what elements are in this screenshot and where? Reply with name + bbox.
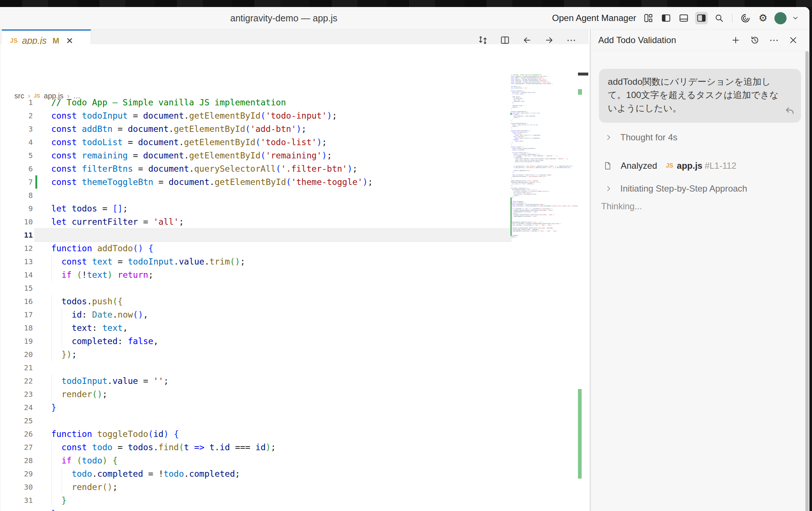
minimap-line: const prefersDark = window.matchMedia &&… xyxy=(511,205,578,207)
line-number: 4 xyxy=(0,136,33,149)
account-chevron-down-icon[interactable] xyxy=(792,12,799,24)
toggle-bottom-panel-icon[interactable] xyxy=(677,12,690,24)
line-number: 16 xyxy=(0,295,33,308)
code-line[interactable]: const addBtn = document.getElementById('… xyxy=(51,122,306,136)
code-line[interactable]: const filterBtns = document.querySelecto… xyxy=(51,162,358,175)
code-line[interactable]: } xyxy=(51,507,56,511)
current-line-highlight xyxy=(34,228,512,242)
line-number: 21 xyxy=(0,361,33,374)
titlebar-divider xyxy=(732,14,732,22)
js-file-icon: JS xyxy=(10,37,18,45)
code-line[interactable]: const todoInput = document.getElementByI… xyxy=(51,109,337,122)
agent-panel: Add Todo Validation ⋯ xyxy=(590,29,809,511)
panel-close-icon[interactable] xyxy=(787,34,799,46)
code-editor[interactable]: src › JS app.js › … 1// Todo App – Simpl… xyxy=(0,44,589,511)
agent-swirl-icon[interactable] xyxy=(739,12,752,24)
history-icon[interactable] xyxy=(749,34,761,46)
code-line[interactable]: render(); xyxy=(51,388,107,401)
line-number: 15 xyxy=(0,281,33,295)
agent-task-title: Add Todo Validation xyxy=(598,29,676,51)
account-avatar[interactable] xyxy=(774,12,787,24)
settings-gear-icon[interactable]: ⚙ xyxy=(757,12,769,24)
line-number: 20 xyxy=(0,348,33,361)
code-line[interactable]: if (todo) { xyxy=(51,454,118,467)
line-number: 28 xyxy=(0,454,33,467)
line-number: 1 xyxy=(0,96,33,109)
editor-layout-icon[interactable] xyxy=(642,12,655,24)
minimap-line: render(); xyxy=(511,236,578,238)
line-number: 18 xyxy=(0,321,33,335)
code-line[interactable]: if (!text) return; xyxy=(51,268,153,281)
line-number: 10 xyxy=(0,215,33,228)
js-file-icon: JS xyxy=(666,162,673,169)
user-message-bubble: addTodo関数にバリデーションを追加して。100文字を超えるタスクは追加でき… xyxy=(599,69,801,123)
code-line[interactable]: completed: false, xyxy=(51,335,158,348)
code-line[interactable]: } xyxy=(51,401,56,414)
line-number: 12 xyxy=(0,242,33,255)
step-thought[interactable]: Thought for 4s xyxy=(591,130,809,145)
git-modified-gutter-marker xyxy=(35,175,37,189)
step-initiating[interactable]: Initiating Step-by-Step Approach xyxy=(591,181,809,196)
chevron-right-icon xyxy=(605,134,612,141)
code-line[interactable]: todos.push({ xyxy=(51,295,123,308)
minimap[interactable]: // Todo App - Simple vanilla JS implemen… xyxy=(511,74,578,244)
code-line[interactable]: } xyxy=(51,494,67,507)
overview-ruler-git-marker xyxy=(578,389,582,479)
line-number: 31 xyxy=(0,494,33,507)
code-line[interactable]: const text = todoInput.value.trim(); xyxy=(51,255,245,268)
code-line[interactable]: function toggleTodo(id) { xyxy=(51,427,179,441)
line-number: 5 xyxy=(0,149,33,162)
line-number: 27 xyxy=(0,441,33,454)
revert-message-icon[interactable] xyxy=(785,106,795,118)
code-line[interactable]: const themeToggleBtn = document.getEleme… xyxy=(51,175,373,189)
code-line[interactable]: }); xyxy=(51,348,77,361)
minimap-git-marker xyxy=(510,113,512,115)
code-line[interactable]: todo.completed = !todo.completed; xyxy=(51,467,240,480)
agent-panel-icons: ⋯ xyxy=(729,29,799,51)
code-line[interactable]: let todos = []; xyxy=(51,202,128,215)
code-line[interactable]: const todoList = document.getElementById… xyxy=(51,136,327,149)
search-icon[interactable] xyxy=(713,12,725,24)
screen: antigravity-demo — app.js Open Agent Man… xyxy=(0,0,812,511)
code-line[interactable]: const todo = todos.find(t => t.id === id… xyxy=(51,441,276,454)
step-analyzed-file[interactable]: Analyzed JS app.js #L1-112 xyxy=(591,158,809,173)
toggle-left-panel-icon[interactable] xyxy=(660,12,672,24)
overview-ruler-git-marker xyxy=(578,89,582,95)
line-number: 22 xyxy=(0,374,33,388)
code-line[interactable]: text: text, xyxy=(51,321,128,335)
code-lines-area[interactable]: 1// Todo App – Simple vanilla JS impleme… xyxy=(0,66,589,511)
window-title: antigravity-demo — app.js xyxy=(184,7,383,29)
minimap-line: li.querySelector('.todo-delete').addEven… xyxy=(511,167,578,168)
line-number: 23 xyxy=(0,388,33,401)
thinking-status: Thinking... xyxy=(601,201,642,211)
line-number: 29 xyxy=(0,467,33,480)
code-line[interactable]: todoInput.value = ''; xyxy=(51,374,169,388)
file-icon xyxy=(603,161,612,171)
toggle-right-panel-icon[interactable] xyxy=(695,12,708,24)
line-number: 6 xyxy=(0,162,33,175)
minimap-git-marker xyxy=(510,197,512,236)
line-number: 9 xyxy=(0,202,33,215)
line-number: 7 xyxy=(0,175,33,189)
new-conversation-icon[interactable] xyxy=(729,34,742,46)
chevron-right-icon xyxy=(605,185,612,192)
code-line[interactable]: function addTodo() { xyxy=(51,242,153,255)
line-number: 2 xyxy=(0,109,33,122)
code-line[interactable]: // Todo App – Simple vanilla JS implemen… xyxy=(51,96,286,109)
agent-panel-header: Add Todo Validation ⋯ xyxy=(591,29,809,51)
code-line[interactable]: render(); xyxy=(51,480,118,494)
titlebar-icon-group: ⚙ xyxy=(642,7,799,29)
code-line[interactable]: const remaining = document.getElementByI… xyxy=(51,149,332,162)
panel-scrollbar-thumb[interactable] xyxy=(805,51,809,511)
user-message-text: addTodo関数にバリデーションを追加して。100文字を超えるタスクは追加でき… xyxy=(608,75,785,115)
line-number: 19 xyxy=(0,335,33,348)
code-line[interactable]: id: Date.now(), xyxy=(51,308,148,321)
editor-scrollbar-thumb[interactable] xyxy=(578,73,588,76)
line-number: 32 xyxy=(0,507,33,511)
line-number: 26 xyxy=(0,427,33,441)
line-number: 24 xyxy=(0,401,33,414)
panel-more-icon[interactable]: ⋯ xyxy=(768,34,780,46)
code-line[interactable]: let currentFilter = 'all'; xyxy=(51,215,184,228)
open-agent-manager-button[interactable]: Open Agent Manager xyxy=(552,7,636,29)
desktop-menubar-strip xyxy=(0,0,812,7)
